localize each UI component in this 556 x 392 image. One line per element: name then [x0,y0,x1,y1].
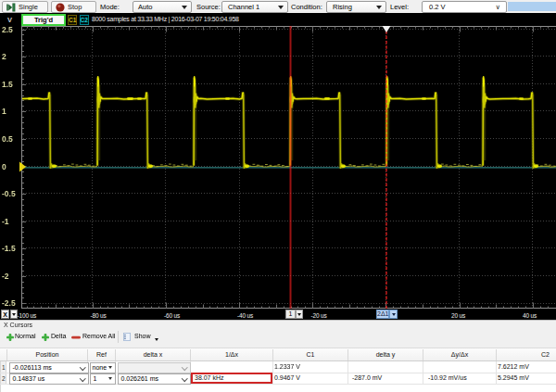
svg-text:2: 2 [2,52,6,61]
svg-text:0: 0 [2,162,6,171]
svg-text:2.5: 2.5 [2,25,13,34]
svg-text:0.5: 0.5 [2,134,13,144]
svg-text:-1.5: -1.5 [2,244,16,253]
svg-text:-2.5: -2.5 [2,298,16,308]
svg-text:-0.5: -0.5 [2,189,16,198]
svg-text:-1: -1 [2,217,9,226]
svg-text:-2: -2 [2,272,9,281]
svg-text:1.5: 1.5 [2,80,13,89]
svg-text:1: 1 [2,107,6,116]
